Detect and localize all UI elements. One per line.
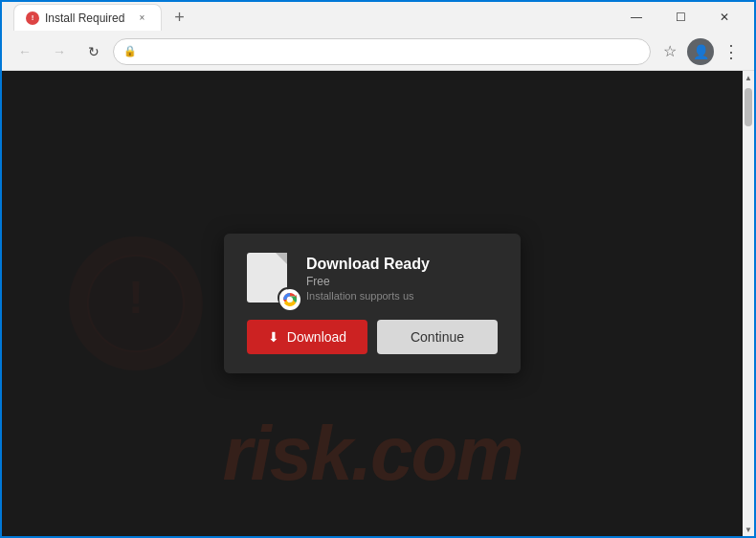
svg-point-4 [287, 297, 293, 303]
chrome-badge [278, 287, 299, 308]
maximize-button[interactable]: ☐ [658, 2, 702, 33]
download-card: Download Ready Free Installation support… [224, 234, 521, 373]
svg-text:!: ! [128, 272, 144, 323]
background-logo: ! [59, 227, 212, 380]
minimize-button[interactable]: — [614, 2, 658, 33]
card-subtitle: Free [306, 275, 430, 288]
page-body: ! risk.com [2, 71, 743, 536]
close-button[interactable]: ✕ [702, 2, 746, 33]
browser-window: ! Install Required × + — ☐ ✕ ← → ↻ 🔒 [0, 0, 756, 538]
tab-title: Install Required [45, 11, 124, 25]
address-bar[interactable]: 🔒 [113, 38, 651, 65]
menu-button[interactable]: ⋮ [716, 36, 746, 67]
avatar-icon: 👤 [693, 44, 709, 59]
menu-dots-icon: ⋮ [723, 41, 741, 62]
continue-label: Continue [411, 329, 464, 345]
reload-icon: ↻ [88, 44, 100, 59]
reload-button[interactable]: ↻ [78, 36, 109, 67]
scrollbar-thumb[interactable] [745, 88, 752, 126]
watermark-text: risk.com [2, 410, 743, 498]
back-icon: ← [18, 44, 32, 59]
tab-favicon: ! [26, 11, 39, 25]
title-bar: ! Install Required × + — ☐ ✕ [2, 2, 754, 33]
card-title: Download Ready [306, 256, 430, 273]
download-label: Download [287, 329, 346, 345]
lock-icon: 🔒 [123, 45, 137, 57]
forward-button[interactable]: → [44, 36, 75, 67]
card-note: Installation supports us [306, 290, 430, 302]
continue-button[interactable]: Continue [377, 320, 498, 354]
card-actions: ⬇ Download Continue [247, 320, 498, 354]
scroll-down-button[interactable]: ▼ [743, 523, 754, 536]
download-icon: ⬇ [268, 329, 279, 345]
toolbar-right: ☆ 👤 ⋮ [655, 36, 746, 67]
forward-icon: → [53, 44, 66, 59]
bookmark-button[interactable]: ☆ [655, 36, 685, 67]
scroll-up-button[interactable]: ▲ [743, 71, 754, 84]
back-button[interactable]: ← [10, 36, 40, 67]
window-controls: — ☐ ✕ [614, 2, 746, 33]
card-header: Download Ready Free Installation support… [247, 253, 498, 304]
card-info: Download Ready Free Installation support… [306, 256, 430, 302]
file-icon [247, 253, 293, 304]
scrollbar[interactable]: ▲ ▼ [743, 71, 754, 536]
content-area: ! risk.com [2, 71, 754, 536]
browser-toolbar: ← → ↻ 🔒 ☆ 👤 ⋮ [2, 33, 754, 71]
download-button[interactable]: ⬇ Download [247, 320, 367, 354]
tab-close-button[interactable]: × [134, 11, 149, 26]
browser-tab[interactable]: ! Install Required × [13, 4, 162, 31]
profile-avatar[interactable]: 👤 [687, 38, 714, 65]
star-icon: ☆ [663, 42, 677, 60]
new-tab-button[interactable]: + [166, 4, 192, 31]
tab-strip: ! Install Required × + [10, 4, 614, 31]
